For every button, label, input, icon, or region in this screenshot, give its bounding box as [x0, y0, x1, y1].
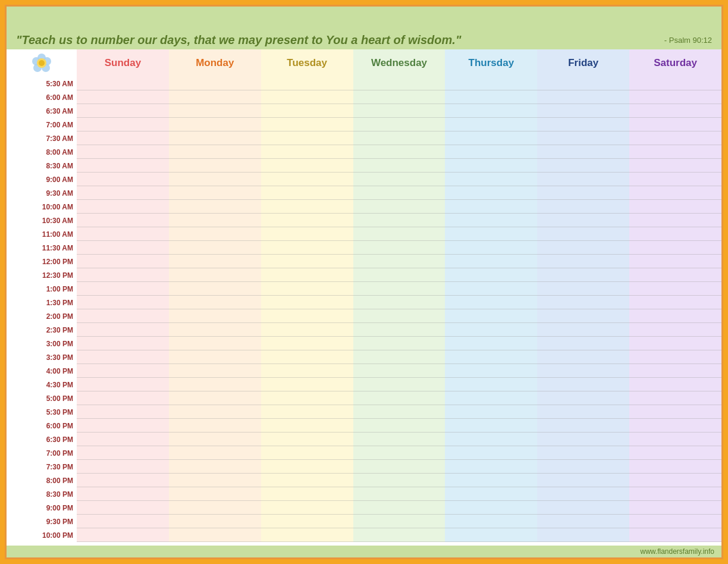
- schedule-cell[interactable]: [169, 487, 261, 501]
- schedule-cell[interactable]: [353, 323, 445, 337]
- schedule-cell[interactable]: [261, 487, 353, 501]
- schedule-cell[interactable]: [537, 186, 629, 200]
- schedule-cell[interactable]: [537, 241, 629, 255]
- schedule-cell[interactable]: [169, 255, 261, 268]
- schedule-cell[interactable]: [629, 145, 721, 159]
- schedule-cell[interactable]: [169, 186, 261, 200]
- schedule-cell[interactable]: [353, 391, 445, 405]
- schedule-cell[interactable]: [537, 446, 629, 460]
- schedule-cell[interactable]: [629, 90, 721, 104]
- schedule-cell[interactable]: [629, 104, 721, 118]
- schedule-cell[interactable]: [77, 528, 169, 542]
- schedule-cell[interactable]: [629, 77, 721, 90]
- schedule-cell[interactable]: [169, 214, 261, 227]
- schedule-cell[interactable]: [261, 337, 353, 350]
- schedule-cell[interactable]: [445, 200, 537, 214]
- schedule-cell[interactable]: [169, 309, 261, 323]
- schedule-cell[interactable]: [445, 309, 537, 323]
- schedule-cell[interactable]: [537, 460, 629, 474]
- schedule-cell[interactable]: [353, 515, 445, 528]
- schedule-cell[interactable]: [629, 378, 721, 391]
- schedule-cell[interactable]: [445, 241, 537, 255]
- schedule-cell[interactable]: [169, 104, 261, 118]
- schedule-cell[interactable]: [537, 433, 629, 446]
- schedule-cell[interactable]: [77, 186, 169, 200]
- schedule-cell[interactable]: [629, 159, 721, 173]
- schedule-cell[interactable]: [169, 323, 261, 337]
- schedule-cell[interactable]: [77, 227, 169, 241]
- schedule-cell[interactable]: [353, 77, 445, 90]
- schedule-cell[interactable]: [445, 405, 537, 419]
- schedule-cell[interactable]: [629, 515, 721, 528]
- schedule-cell[interactable]: [353, 528, 445, 542]
- schedule-cell[interactable]: [445, 90, 537, 104]
- schedule-cell[interactable]: [261, 282, 353, 296]
- schedule-cell[interactable]: [353, 378, 445, 391]
- schedule-cell[interactable]: [537, 173, 629, 186]
- schedule-cell[interactable]: [169, 200, 261, 214]
- schedule-cell[interactable]: [445, 145, 537, 159]
- schedule-cell[interactable]: [77, 364, 169, 378]
- schedule-cell[interactable]: [629, 309, 721, 323]
- schedule-cell[interactable]: [445, 323, 537, 337]
- schedule-cell[interactable]: [77, 268, 169, 282]
- schedule-cell[interactable]: [77, 391, 169, 405]
- schedule-cell[interactable]: [353, 186, 445, 200]
- schedule-cell[interactable]: [77, 118, 169, 131]
- schedule-cell[interactable]: [537, 118, 629, 131]
- schedule-cell[interactable]: [353, 159, 445, 173]
- schedule-cell[interactable]: [169, 474, 261, 487]
- schedule-cell[interactable]: [77, 200, 169, 214]
- schedule-cell[interactable]: [77, 90, 169, 104]
- schedule-cell[interactable]: [629, 433, 721, 446]
- schedule-cell[interactable]: [77, 145, 169, 159]
- schedule-cell[interactable]: [629, 296, 721, 309]
- schedule-cell[interactable]: [537, 474, 629, 487]
- schedule-cell[interactable]: [353, 104, 445, 118]
- schedule-cell[interactable]: [169, 391, 261, 405]
- schedule-cell[interactable]: [537, 214, 629, 227]
- schedule-cell[interactable]: [353, 131, 445, 145]
- schedule-cell[interactable]: [261, 350, 353, 364]
- schedule-cell[interactable]: [537, 131, 629, 145]
- schedule-cell[interactable]: [353, 501, 445, 515]
- schedule-cell[interactable]: [261, 159, 353, 173]
- schedule-cell[interactable]: [445, 515, 537, 528]
- schedule-cell[interactable]: [445, 227, 537, 241]
- schedule-cell[interactable]: [77, 446, 169, 460]
- schedule-cell[interactable]: [169, 145, 261, 159]
- schedule-cell[interactable]: [169, 131, 261, 145]
- schedule-cell[interactable]: [537, 350, 629, 364]
- schedule-cell[interactable]: [353, 460, 445, 474]
- schedule-cell[interactable]: [629, 282, 721, 296]
- schedule-cell[interactable]: [169, 501, 261, 515]
- schedule-cell[interactable]: [169, 515, 261, 528]
- schedule-cell[interactable]: [537, 77, 629, 90]
- schedule-cell[interactable]: [261, 460, 353, 474]
- schedule-cell[interactable]: [77, 515, 169, 528]
- schedule-cell[interactable]: [261, 515, 353, 528]
- schedule-cell[interactable]: [629, 419, 721, 433]
- schedule-cell[interactable]: [169, 364, 261, 378]
- schedule-cell[interactable]: [261, 296, 353, 309]
- schedule-cell[interactable]: [261, 528, 353, 542]
- schedule-cell[interactable]: [77, 104, 169, 118]
- schedule-cell[interactable]: [169, 77, 261, 90]
- schedule-cell[interactable]: [353, 268, 445, 282]
- schedule-cell[interactable]: [537, 255, 629, 268]
- schedule-cell[interactable]: [629, 364, 721, 378]
- schedule-cell[interactable]: [77, 433, 169, 446]
- schedule-cell[interactable]: [353, 214, 445, 227]
- schedule-cell[interactable]: [445, 296, 537, 309]
- schedule-cell[interactable]: [77, 350, 169, 364]
- schedule-cell[interactable]: [261, 214, 353, 227]
- schedule-cell[interactable]: [537, 268, 629, 282]
- schedule-cell[interactable]: [169, 159, 261, 173]
- schedule-cell[interactable]: [629, 131, 721, 145]
- schedule-cell[interactable]: [353, 282, 445, 296]
- schedule-cell[interactable]: [353, 145, 445, 159]
- schedule-cell[interactable]: [261, 501, 353, 515]
- schedule-cell[interactable]: [537, 487, 629, 501]
- schedule-cell[interactable]: [537, 200, 629, 214]
- schedule-cell[interactable]: [77, 131, 169, 145]
